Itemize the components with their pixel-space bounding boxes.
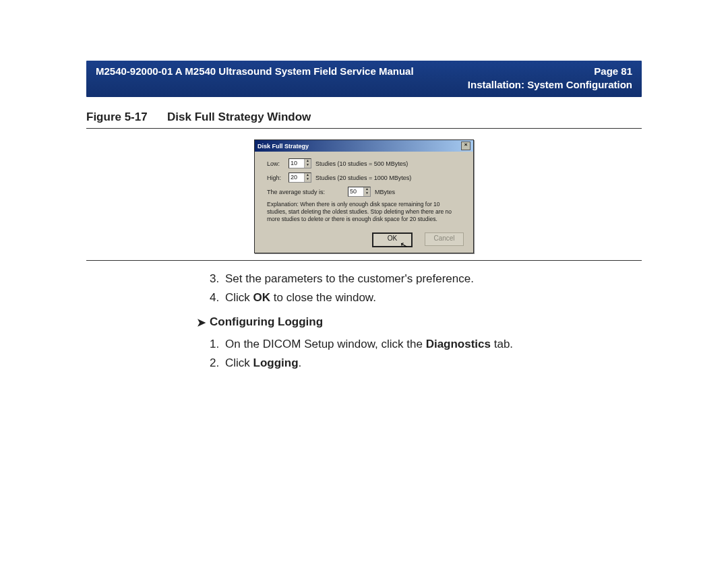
ok-button[interactable]: OK ↖	[372, 232, 413, 247]
high-suffix: Studies (20 studies = 1000 MBytes)	[315, 175, 411, 181]
high-spinner[interactable]: 20 ▲▼	[289, 173, 311, 183]
step-list-a: Set the parameters to the customer's pre…	[208, 270, 642, 307]
high-row: High: 20 ▲▼ Studies (20 studies = 1000 M…	[267, 173, 461, 183]
high-label: High:	[267, 175, 284, 181]
spinner-icon[interactable]: ▲▼	[304, 173, 311, 182]
section-name: Installation: System Configuration	[468, 78, 632, 92]
step-b2-pre: Click	[225, 356, 253, 369]
figure-title: Disk Full Strategy Window	[167, 111, 311, 124]
low-suffix: Studies (10 studies = 500 MBytes)	[315, 160, 408, 167]
header-banner: M2540-92000-01 A M2540 Ultrasound System…	[86, 61, 642, 97]
document-page: M2540-92000-01 A M2540 Ultrasound System…	[0, 0, 728, 562]
step-b2-post: .	[299, 356, 302, 369]
figure-caption: Figure 5-17 Disk Full Strategy Window	[86, 111, 642, 124]
cancel-button[interactable]: Cancel	[425, 232, 464, 246]
step-b1: On the DICOM Setup window, click the Dia…	[222, 336, 642, 353]
avg-value: 50	[348, 187, 363, 196]
step-4: Click OK to close the window.	[222, 289, 642, 307]
low-spinner[interactable]: 10 ▲▼	[289, 158, 311, 168]
page-number: Page 81	[468, 65, 632, 78]
avg-suffix: MBytes	[375, 189, 395, 195]
cursor-icon: ↖	[399, 240, 408, 251]
step-b1-bold: Diagnostics	[426, 338, 491, 350]
rule-top	[86, 128, 642, 129]
rule-bottom	[86, 260, 642, 261]
step-list-b: On the DICOM Setup window, click the Dia…	[208, 336, 642, 372]
explanation-text: Explanation: When there is only enough d…	[267, 201, 461, 223]
body-text: Set the parameters to the customer's pre…	[208, 270, 642, 372]
spinner-icon[interactable]: ▲▼	[363, 187, 370, 196]
avg-spinner[interactable]: 50 ▲▼	[348, 187, 371, 197]
dialog-buttons: OK ↖ Cancel	[255, 228, 473, 253]
avg-label: The average study is:	[267, 189, 325, 195]
dialog-title-text: Disk Full Strategy	[257, 143, 309, 150]
close-icon[interactable]: ×	[461, 142, 471, 150]
step-b2-bold: Logging	[253, 356, 299, 369]
ok-label: OK	[388, 235, 397, 242]
subhead-text: Configuring Logging	[210, 315, 323, 328]
figure-image: Disk Full Strategy × Low: 10 ▲▼ Studies …	[254, 139, 474, 253]
dialog-titlebar: Disk Full Strategy ×	[255, 140, 473, 152]
arrow-icon: ➤	[197, 314, 206, 332]
step-4-post: to close the window.	[270, 291, 376, 304]
low-label: Low:	[267, 160, 284, 167]
step-b2: Click Logging.	[222, 354, 642, 372]
header-right: Page 81 Installation: System Configurati…	[468, 65, 632, 92]
avg-row: The average study is: 50 ▲▼ MBytes	[267, 187, 461, 197]
low-value: 10	[289, 159, 304, 168]
step-4-bold: OK	[253, 291, 271, 304]
spinner-icon[interactable]: ▲▼	[304, 159, 311, 168]
disk-full-strategy-dialog: Disk Full Strategy × Low: 10 ▲▼ Studies …	[254, 139, 474, 253]
step-b1-post: tab.	[491, 338, 513, 350]
step-b1-pre: On the DICOM Setup window, click the	[225, 338, 426, 350]
configuring-logging-heading: ➤Configuring Logging	[197, 313, 642, 332]
dialog-body: Low: 10 ▲▼ Studies (10 studies = 500 MBy…	[255, 152, 473, 228]
high-value: 20	[289, 173, 304, 182]
step-3: Set the parameters to the customer's pre…	[222, 270, 642, 288]
step-4-pre: Click	[225, 291, 253, 304]
manual-title: M2540-92000-01 A M2540 Ultrasound System…	[96, 65, 414, 78]
figure-label: Figure 5-17	[86, 111, 167, 124]
low-row: Low: 10 ▲▼ Studies (10 studies = 500 MBy…	[267, 158, 461, 168]
